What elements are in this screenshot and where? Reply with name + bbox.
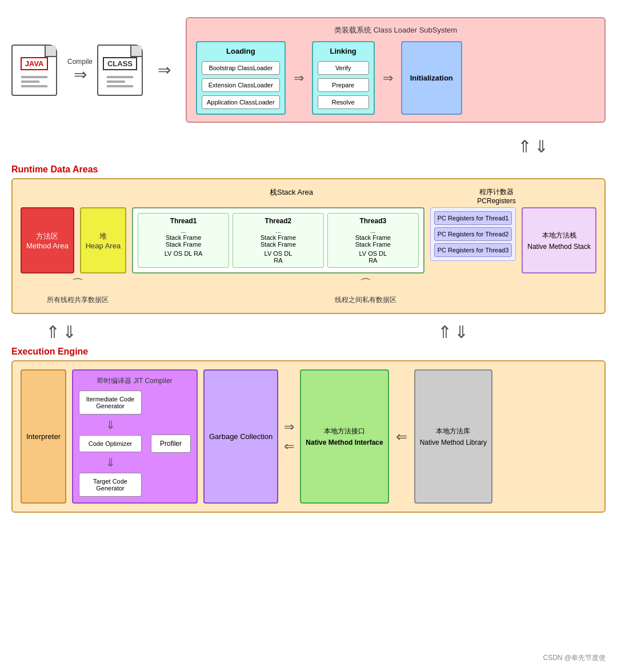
right-vert-arrows: ⇑ ⇓ (438, 322, 468, 342)
thread3-lv: LV OS DLRA (331, 250, 415, 264)
jit-arrow-1: ⇓ (79, 418, 142, 432)
nmi-line2: Native Method Interface (306, 438, 383, 446)
stack-area-title: 栈Stack Area (135, 187, 448, 205)
method-area: 方法区 Method Area (21, 207, 74, 273)
nms-line1: 本地方法栈 (542, 231, 576, 240)
native-method-interface-box: 本地方法接口 Native Method Interface (300, 369, 388, 504)
prepare-item: Prepare (318, 78, 369, 92)
method-area-line2: Method Area (26, 242, 69, 250)
runtime-inner: 方法区 Method Area 堆 Heap Area Thread1 ... … (21, 207, 596, 273)
loading-to-linking-arrow: ⇒ (291, 41, 306, 115)
native-method-library-box: 本地方法库 Native Method Library (414, 369, 492, 504)
exec-inner: Interpreter 即时编译器 JIT Compiler Itermedia… (21, 369, 596, 504)
class-loader-subsystem: 类装载系统 Class Loader SubSystem Loading Boo… (186, 17, 606, 123)
linking-title: Linking (318, 47, 369, 55)
garbage-collection-box: Garbage Collection (203, 369, 278, 504)
exec-title: Execution Engine (11, 347, 606, 357)
arrow-up-icon: ⇑ (518, 136, 532, 156)
heap-area: 堆 Heap Area (80, 207, 126, 273)
top-section: JAVA Compile ⇒ CLASS ⇒ 类装载系统 Class Loade… (11, 11, 606, 128)
class-loader-title: 类装载系统 Class Loader SubSystem (196, 25, 595, 35)
application-classloader: Application ClassLoader (202, 95, 280, 109)
thread3-dots: ... (331, 227, 415, 234)
resolve-item: Resolve (318, 95, 369, 109)
jit-item-2: Target Code Generator (79, 473, 142, 497)
extension-classloader: Extension ClassLoader (202, 78, 280, 92)
arrow-right-icon: ⇒ (74, 67, 87, 83)
cl-inner: Loading Bootstrap ClassLoader Extension … (196, 41, 595, 115)
nms-line2: Native Method Stack (527, 243, 591, 251)
class-file-icon: CLASS (97, 45, 143, 96)
shared-label: 所有线程共享数据区 (21, 295, 135, 305)
gc-to-nmi-arrows: ⇒ ⇐ (284, 369, 294, 504)
interpreter-box: Interpreter (21, 369, 66, 504)
jit-item-1: Code Optimizer (79, 435, 142, 452)
brace-shared: ⌒ 所有线程共享数据区 (21, 276, 135, 305)
arrow-left-from-nmi: ⇐ (284, 439, 294, 454)
jit-arrow-2: ⇓ (79, 456, 142, 469)
compile-label: Compile (67, 58, 93, 66)
brace-row: ⌒ 所有线程共享数据区 ⌒ 线程之间私有数据区 (21, 276, 596, 305)
verify-item: Verify (318, 61, 369, 75)
thread1-sf2: Stack Frame (142, 241, 225, 248)
thread1-col: Thread1 ... Stack Frame Stack Frame LV O… (138, 213, 229, 268)
runtime-title: Runtime Data Areas (11, 164, 606, 175)
thread1-title: Thread1 (142, 217, 225, 225)
native-method-stack: 本地方法栈 Native Method Stack (522, 207, 596, 273)
jit-profiler-row: Itermediate Code Generator ⇓ Code Optimi… (79, 391, 191, 497)
heap-area-line2: Heap Area (86, 242, 121, 250)
thread2-lv: LV OS DLRA (237, 250, 320, 264)
right-down-icon: ⇓ (454, 322, 468, 342)
arrows-cl-to-runtime: ⇑ ⇓ (11, 134, 606, 159)
thread1-sf1: Stack Frame (142, 234, 225, 241)
private-label: 线程之间私有数据区 (135, 295, 596, 305)
to-classloader-arrow: ⇒ (158, 62, 171, 78)
arrow-down-icon: ⇓ (534, 136, 548, 156)
thread3-sf1: Stack Frame (331, 234, 415, 241)
stack-area: Thread1 ... Stack Frame Stack Frame LV O… (132, 207, 424, 273)
compile-arrow: Compile ⇒ (67, 58, 93, 83)
runtime-box: 栈Stack Area 程序计数器 PCRegisters 方法区 Method… (11, 178, 606, 314)
brace-private: ⌒ 线程之间私有数据区 (135, 276, 596, 305)
profiler-box: Profiler (151, 434, 191, 453)
method-area-line1: 方法区 (36, 231, 58, 242)
nml-line1: 本地方法库 (436, 426, 470, 436)
loading-title: Loading (202, 47, 280, 55)
heap-area-line1: 堆 (99, 231, 107, 242)
thread2-col: Thread2 ... Stack Frame Stack Frame LV O… (233, 213, 324, 268)
java-file-lines (21, 76, 47, 87)
thread1-dots: ... (142, 227, 225, 234)
vert-arrow-pair-1: ⇑ ⇓ (518, 136, 548, 156)
jit-title: 即时编译器 JIT Compiler (79, 376, 191, 386)
pc-inner: PC Registers for Thread1 PC Registers fo… (430, 207, 516, 261)
initialization-box: Initialization (401, 41, 462, 115)
arrow-right-to-nmi: ⇒ (284, 420, 294, 434)
pc-thread2: PC Registers for Thread2 (434, 227, 512, 241)
thread2-title: Thread2 (237, 217, 320, 225)
java-label: JAVA (21, 57, 49, 70)
pc-thread3: PC Registers for Thread3 (434, 243, 512, 257)
left-up-icon: ⇑ (46, 322, 60, 342)
nmi-line1: 本地方法接口 (324, 426, 365, 436)
jit-item-0: Itermediate Code Generator (79, 391, 142, 415)
jit-items: Itermediate Code Generator ⇓ Code Optimi… (79, 391, 142, 497)
thread2-dots: ... (237, 227, 320, 234)
runtime-subtitles: 栈Stack Area 程序计数器 PCRegisters (21, 187, 596, 205)
bootstrap-classloader: Bootstrap ClassLoader (202, 61, 280, 75)
execution-section: Execution Engine Interpreter 即时编译器 JIT C… (11, 347, 606, 513)
pc-thread1: PC Registers for Thread1 (434, 211, 512, 225)
loading-box: Loading Bootstrap ClassLoader Extension … (196, 41, 286, 115)
linking-box: Linking Verify Prepare Resolve (312, 41, 375, 115)
thread1-lv: LV OS DL RA (142, 250, 225, 257)
thread3-col: Thread3 ... Stack Frame Stack Frame LV O… (327, 213, 419, 268)
left-down-icon: ⇓ (62, 322, 77, 342)
nmi-to-nml-arrow: ⇐ (395, 369, 408, 504)
left-vert-arrows: ⇑ ⇓ (46, 322, 77, 342)
right-up-icon: ⇑ (438, 322, 452, 342)
thread3-title: Thread3 (331, 217, 415, 225)
class-file-lines (107, 76, 133, 87)
exec-outer: Interpreter 即时编译器 JIT Compiler Itermedia… (11, 360, 606, 513)
linking-to-init-arrow: ⇒ (380, 41, 395, 115)
thread3-sf2: Stack Frame (331, 241, 415, 248)
java-file-icon: JAVA (11, 45, 57, 96)
